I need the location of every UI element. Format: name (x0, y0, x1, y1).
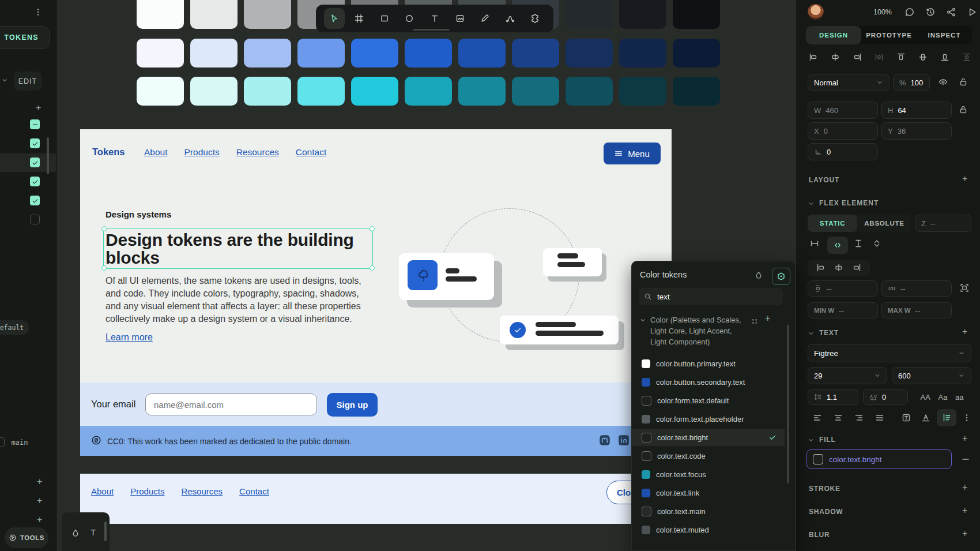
color-swatch[interactable] (458, 77, 506, 106)
mastodon-icon[interactable] (599, 434, 610, 446)
history-icon[interactable] (925, 7, 936, 17)
align-top-icon[interactable] (896, 53, 906, 62)
text-align-center-icon[interactable] (828, 409, 848, 426)
tool-pen-button[interactable] (474, 8, 495, 29)
tab-inspect[interactable]: INSPECT (917, 32, 972, 39)
token-row[interactable]: color.button.secondary.text (632, 373, 785, 391)
add-color-token-button[interactable]: + (765, 314, 770, 323)
chevron-down-icon[interactable] (808, 330, 815, 337)
comment-icon[interactable] (904, 7, 915, 17)
color-swatch[interactable] (351, 39, 398, 68)
letter-spacing-field[interactable]: 0 (863, 389, 908, 405)
color-swatch[interactable] (190, 77, 238, 106)
fill-section-header[interactable]: FILL (819, 436, 836, 444)
token-row[interactable]: color.text.bright (632, 429, 785, 446)
z-index-field[interactable]: Z-- (915, 215, 971, 232)
distribute-h-icon[interactable] (875, 53, 884, 62)
height-stepper-icon[interactable] (872, 239, 881, 248)
color-swatch[interactable] (566, 77, 613, 106)
fill-token-row[interactable]: color.text.bright (806, 449, 952, 469)
footer-link[interactable]: Resources (181, 486, 223, 496)
layout-section-header[interactable]: LAYOUT (809, 176, 839, 184)
nav-link[interactable]: Resources (236, 147, 279, 158)
token-search[interactable] (639, 288, 783, 305)
token-set-checkbox-checked[interactable] (30, 196, 40, 205)
tool-image-button[interactable] (450, 8, 470, 29)
token-row[interactable]: color.text.main (632, 503, 785, 520)
text-palette-icon[interactable]: T (91, 527, 96, 537)
tool-board-button[interactable] (349, 8, 370, 29)
signup-button[interactable]: Sign up (327, 393, 378, 417)
hero-heading[interactable]: Design tokens are the buildingblocks (105, 231, 354, 267)
grow-auto-icon[interactable] (917, 409, 934, 426)
capitalize-button[interactable]: Aa (938, 393, 947, 402)
grid-view-icon[interactable] (751, 317, 759, 325)
chevron-down-icon[interactable] (1, 77, 8, 84)
color-swatch[interactable] (244, 39, 291, 68)
color-swatch[interactable] (566, 0, 613, 29)
color-swatch[interactable] (190, 39, 238, 68)
remove-fill-icon[interactable] (961, 455, 970, 464)
add-button[interactable]: + (37, 516, 42, 524)
margin-horizontal-field[interactable]: -- (881, 280, 952, 297)
token-group-label[interactable]: Color (Palettes and Scales,Light Core, L… (650, 314, 747, 347)
add-button[interactable]: + (37, 497, 42, 505)
color-swatch[interactable] (619, 39, 666, 68)
absolute-option[interactable]: ABSOLUTE (857, 220, 911, 227)
panel-scrollbar[interactable] (787, 325, 789, 483)
color-swatch[interactable] (244, 77, 291, 106)
kebab-menu-icon[interactable] (33, 8, 43, 17)
token-set-checkbox-checked[interactable] (30, 158, 40, 167)
footer-link[interactable]: Products (130, 486, 164, 496)
text-options-icon[interactable] (962, 413, 971, 422)
height-fixed-icon[interactable] (854, 239, 863, 248)
webpage-frame[interactable]: Tokens AboutProductsResourcesContact Men… (80, 129, 672, 456)
line-height-field[interactable]: 1.1 (808, 389, 858, 405)
footer-link[interactable]: About (91, 486, 114, 496)
proportion-lock-icon[interactable] (959, 105, 968, 114)
align-left-icon[interactable] (809, 53, 818, 62)
tool-select-button[interactable] (324, 8, 345, 29)
width-field[interactable]: W460 (808, 102, 878, 119)
align-center-h-icon[interactable] (831, 53, 840, 62)
tool-component-button[interactable] (525, 8, 545, 29)
align-bottom-icon[interactable] (940, 53, 949, 62)
mini-scrollbar[interactable] (104, 522, 107, 541)
site-brand[interactable]: Tokens (92, 147, 125, 158)
min-width-field[interactable]: MIN W-- (808, 302, 878, 318)
add-button[interactable]: + (37, 478, 42, 486)
theme-default-chip[interactable]: default (0, 320, 29, 335)
token-set-checkbox-checked[interactable] (30, 177, 40, 186)
nav-link[interactable]: Contact (296, 147, 326, 158)
y-field[interactable]: Y36 (881, 122, 952, 140)
align-self-center-icon[interactable] (834, 263, 843, 272)
email-field[interactable] (145, 393, 317, 415)
token-set-checkbox-empty[interactable] (30, 215, 40, 224)
learn-more-link[interactable]: Learn more (105, 332, 153, 343)
avatar[interactable] (808, 4, 824, 20)
group-chevron-icon[interactable] (639, 317, 646, 324)
color-swatch[interactable] (137, 39, 184, 68)
menu-button[interactable]: Menu (604, 143, 661, 164)
text-align-right-icon[interactable] (849, 409, 869, 426)
color-swatch[interactable] (405, 39, 452, 68)
color-swatch[interactable] (619, 77, 666, 106)
tool-ellipse-button[interactable] (399, 8, 420, 29)
color-swatch[interactable] (512, 77, 559, 106)
tab-prototype[interactable]: PROTOTYPE (861, 32, 917, 39)
color-swatch[interactable] (673, 39, 720, 68)
add-shadow-button[interactable]: + (962, 505, 967, 516)
opacity-field[interactable]: %100 (893, 74, 930, 91)
nav-link[interactable]: Products (184, 147, 220, 158)
search-input[interactable] (656, 292, 762, 302)
add-stroke-button[interactable]: + (962, 482, 967, 493)
palette-mini-panel[interactable]: T (62, 512, 110, 551)
text-align-justify-icon[interactable] (870, 409, 889, 426)
distribute-v-icon[interactable] (962, 53, 971, 62)
footer-link[interactable]: Contact (239, 486, 269, 496)
margin-vertical-field[interactable]: -- (808, 280, 878, 297)
token-row[interactable]: color.text.code (632, 447, 785, 464)
color-swatch[interactable] (673, 0, 720, 29)
stroke-section-header[interactable]: STROKE (809, 485, 840, 493)
text-align-left-icon[interactable] (808, 409, 827, 426)
